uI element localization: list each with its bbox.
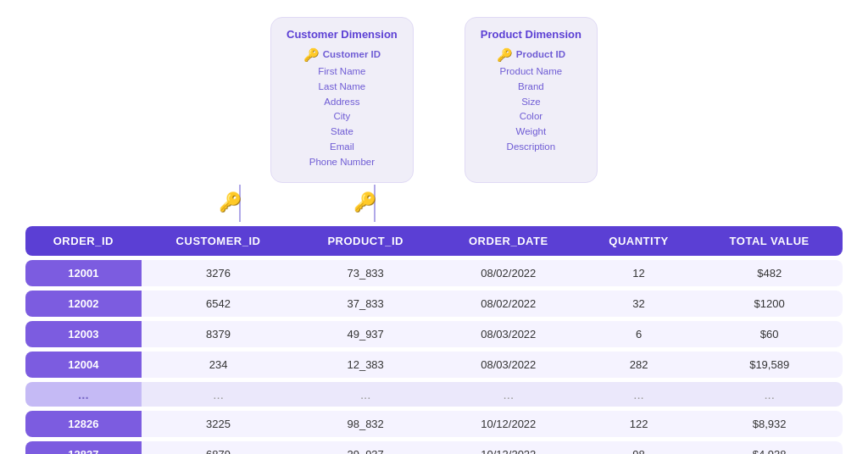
data-table-wrapper: ORDER_ID CUSTOMER_ID PRODUCT_ID ORDER_DA… [25,222,843,454]
dimension-boxes: Customer Dimension 🔑 Customer ID First N… [25,8,843,183]
cell-total-value: $4,938 [696,441,843,454]
cell-customer-id: 234 [142,352,296,378]
cell-total-value: $8,932 [696,411,843,437]
cell-order-id: 12826 [25,411,142,437]
customer-dim-title: Customer Dimension [287,28,398,41]
product-field-weight: Weight [481,125,581,140]
cell-customer-id: 6879 [142,441,296,454]
cell-ellipsis-5: ... [581,382,697,407]
cell-total-value: $482 [696,260,843,286]
page: Customer Dimension 🔑 Customer ID First N… [0,0,868,454]
table-row: 12827 6879 29_937 10/12/2022 98 $4,938 [25,441,843,454]
col-quantity: QUANTITY [581,226,697,256]
cell-quantity: 98 [581,441,697,454]
customer-key-row: 🔑 Customer ID [287,47,398,63]
customer-field-lastname: Last Name [287,80,398,95]
cell-total-value: $19,589 [696,352,843,378]
product-key-row: 🔑 Product ID [481,47,581,63]
cell-order-date: 08/03/2022 [436,352,581,378]
cell-order-id: 12004 [25,352,142,378]
cell-ellipsis-6: ... [696,382,843,407]
connector-svg [25,185,843,222]
cell-product-id: 29_937 [295,441,435,454]
col-customer-id: CUSTOMER_ID [142,226,296,256]
table-body: 12001 3276 73_833 08/02/2022 12 $482 120… [25,260,843,454]
customer-field-address: Address [287,95,398,110]
cell-customer-id: 3276 [142,260,296,286]
cell-total-value: $60 [696,321,843,347]
col-order-id: ORDER_ID [25,226,142,256]
customer-field-state: State [287,125,398,140]
col-product-id: PRODUCT_ID [295,226,435,256]
cell-order-date: 10/12/2022 [436,411,581,437]
product-field-size: Size [481,95,581,110]
customer-field-city: City [287,109,398,125]
cell-product-id: 12_383 [295,352,435,378]
product-dim-title: Product Dimension [481,28,581,41]
customer-key-field: Customer ID [323,47,381,63]
col-total-value: TOTAL VALUE [696,226,843,256]
cell-customer-id: 3225 [142,411,296,437]
cell-ellipsis-1: ... [25,382,142,407]
cell-quantity: 6 [581,321,697,347]
product-field-color: Color [481,109,581,125]
cell-order-id: 12001 [25,260,142,286]
cell-order-id: 12002 [25,291,142,317]
product-field-name: Product Name [481,64,581,80]
cell-quantity: 122 [581,411,697,437]
cell-order-date: 08/02/2022 [436,260,581,286]
cell-quantity: 282 [581,352,697,378]
cell-quantity: 32 [581,291,697,317]
cell-product-id: 49_937 [295,321,435,347]
cell-product-id: 37_833 [295,291,435,317]
table-row: 12001 3276 73_833 08/02/2022 12 $482 [25,260,843,286]
product-field-desc: Description [481,140,581,155]
cell-quantity: 12 [581,260,697,286]
cell-ellipsis-2: ... [142,382,296,407]
cell-order-id: 12827 [25,441,142,454]
table-row-ellipsis: ... ... ... ... ... ... [25,382,843,407]
cell-ellipsis-4: ... [436,382,581,407]
cell-order-date: 08/02/2022 [436,291,581,317]
cell-ellipsis-3: ... [295,382,435,407]
header-row: ORDER_ID CUSTOMER_ID PRODUCT_ID ORDER_DA… [25,226,843,256]
col-order-date: ORDER_DATE [436,226,581,256]
cell-product-id: 98_832 [295,411,435,437]
table-row: 12826 3225 98_832 10/12/2022 122 $8,932 [25,411,843,437]
table-row: 12003 8379 49_937 08/03/2022 6 $60 [25,321,843,347]
product-key-field: Product ID [516,47,565,63]
cell-product-id: 73_833 [295,260,435,286]
connector-wrapper: 🔑 🔑 [25,185,843,222]
customer-field-firstname: First Name [287,64,398,80]
cell-order-id: 12003 [25,321,142,347]
cell-total-value: $1200 [696,291,843,317]
data-table: ORDER_ID CUSTOMER_ID PRODUCT_ID ORDER_DA… [25,222,843,454]
cell-order-date: 10/12/2022 [436,441,581,454]
cell-customer-id: 6542 [142,291,296,317]
table-product-key-icon: 🔑 [353,191,376,213]
table-header: ORDER_ID CUSTOMER_ID PRODUCT_ID ORDER_DA… [25,226,843,256]
customer-field-phone: Phone Number [287,155,398,170]
cell-customer-id: 8379 [142,321,296,347]
product-key-icon: 🔑 [497,47,513,63]
cell-order-date: 08/03/2022 [436,321,581,347]
table-row: 12004 234 12_383 08/03/2022 282 $19,589 [25,352,843,378]
product-dimension-box: Product Dimension 🔑 Product ID Product N… [465,17,598,183]
customer-field-email: Email [287,140,398,155]
product-field-brand: Brand [481,80,581,95]
customer-key-icon: 🔑 [303,47,320,63]
customer-dimension-box: Customer Dimension 🔑 Customer ID First N… [270,17,414,183]
table-row: 12002 6542 37_833 08/02/2022 32 $1200 [25,291,843,317]
table-customer-key-icon: 🔑 [219,191,242,213]
